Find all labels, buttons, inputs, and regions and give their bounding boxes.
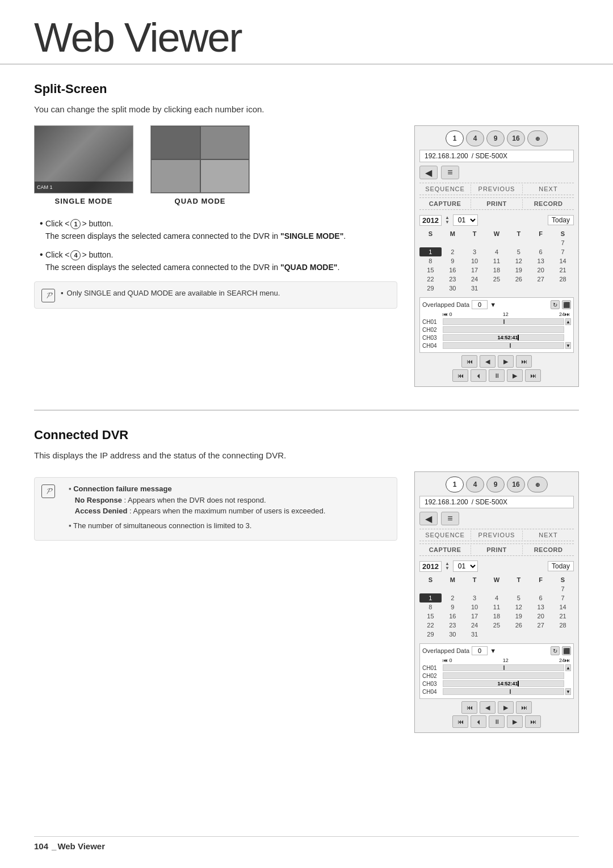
- pb2b-pause[interactable]: ⏸: [489, 715, 505, 728]
- split-btn2-9[interactable]: 9: [486, 477, 505, 492]
- cpr-tab2-record[interactable]: RECORD: [523, 545, 574, 554]
- pb2-end[interactable]: ⏭: [525, 369, 541, 382]
- cal2-cell-11[interactable]: 11: [486, 602, 508, 612]
- cal2-cell-31[interactable]: 31: [464, 630, 486, 639]
- cal-cell-11[interactable]: 11: [486, 256, 508, 266]
- cal-cell-13[interactable]: 13: [530, 256, 552, 266]
- refresh-icon-1[interactable]: ↻: [551, 300, 560, 309]
- nav-tab2-sequence[interactable]: SEQUENCE: [419, 530, 471, 540]
- pb-play[interactable]: ▶: [498, 355, 514, 368]
- pb2-play[interactable]: ▶: [498, 701, 514, 714]
- cal-today-btn[interactable]: Today: [548, 215, 574, 225]
- cal-cell-17[interactable]: 17: [464, 266, 486, 275]
- cal-cell-26[interactable]: 26: [507, 275, 530, 284]
- cal2-cell-16[interactable]: 16: [442, 612, 464, 621]
- cal-cell-24[interactable]: 24: [464, 275, 486, 284]
- cal2-cell-5[interactable]: 5: [507, 593, 530, 602]
- cal-cell-7a[interactable]: 7: [552, 238, 574, 247]
- cal-cell-28[interactable]: 28: [552, 275, 574, 284]
- cal-cell-5[interactable]: 5: [507, 247, 530, 256]
- cal-cell-29[interactable]: 29: [419, 284, 442, 293]
- cal2-cell-2[interactable]: 2: [442, 593, 464, 602]
- cal2-cell-24[interactable]: 24: [464, 621, 486, 630]
- cal-cell-25[interactable]: 25: [486, 275, 508, 284]
- split-btn-extra[interactable]: ⊕: [527, 130, 548, 146]
- cal-cell-23[interactable]: 23: [442, 275, 464, 284]
- cal2-cell-14[interactable]: 14: [552, 602, 574, 612]
- cal-cell-20[interactable]: 20: [530, 266, 552, 275]
- cal2-cell-19[interactable]: 19: [507, 612, 530, 621]
- cal-cell-15[interactable]: 15: [419, 266, 442, 275]
- cal2-cell-23[interactable]: 23: [442, 621, 464, 630]
- menu-btn[interactable]: ≡: [441, 166, 459, 179]
- refresh-icon-2[interactable]: ⬛: [562, 300, 571, 309]
- nav-tab-previous[interactable]: PREVIOUS: [471, 184, 523, 193]
- split-btn2-extra[interactable]: ⊕: [527, 477, 548, 492]
- menu-btn-2[interactable]: ≡: [441, 512, 459, 525]
- cal2-cell-20[interactable]: 20: [530, 612, 552, 621]
- cal2-cell-7a[interactable]: 7: [552, 584, 574, 593]
- cal-cell-31[interactable]: 31: [464, 284, 486, 293]
- ch01-scroll[interactable]: ▲: [565, 318, 571, 325]
- nav-tab-sequence[interactable]: SEQUENCE: [419, 184, 471, 193]
- cal2-cell-3[interactable]: 3: [464, 593, 486, 602]
- split-btn-9[interactable]: 9: [486, 130, 505, 146]
- pb2b-start[interactable]: ⏮: [452, 715, 468, 728]
- pb2-fast-fwd[interactable]: ⏭: [516, 701, 532, 714]
- cal-month-select[interactable]: 01: [453, 214, 478, 226]
- cal-cell-27[interactable]: 27: [530, 275, 552, 284]
- split-btn-1[interactable]: 1: [446, 130, 464, 146]
- cal2-cell-21[interactable]: 21: [552, 612, 574, 621]
- cal-cell-4[interactable]: 4: [486, 247, 508, 256]
- split-btn2-1[interactable]: 1: [446, 477, 464, 492]
- cal2-cell-27[interactable]: 27: [530, 621, 552, 630]
- cal-cell-8[interactable]: 8: [419, 256, 442, 266]
- cal-cell-10[interactable]: 10: [464, 256, 486, 266]
- cal-cell-30[interactable]: 30: [442, 284, 464, 293]
- cal2-cell-7[interactable]: 7: [552, 593, 574, 602]
- overlap-input[interactable]: [472, 300, 488, 309]
- overlap-arrow-2[interactable]: ▼: [490, 647, 496, 654]
- pb2-step-fwd[interactable]: ▶: [507, 369, 523, 382]
- cal2-cell-17[interactable]: 17: [464, 612, 486, 621]
- cal-year-arrows[interactable]: ▲ ▼: [445, 216, 450, 225]
- split-btn2-16[interactable]: 16: [507, 477, 525, 492]
- pb-back[interactable]: ◀: [480, 355, 496, 368]
- cal2-cell-12[interactable]: 12: [507, 602, 530, 612]
- back-btn-2[interactable]: ◀: [419, 512, 438, 525]
- cal2-cell-13[interactable]: 13: [530, 602, 552, 612]
- cpr-tab-print[interactable]: PRINT: [471, 199, 523, 208]
- pb2b-step-fwd[interactable]: ▶: [507, 715, 523, 728]
- nav-tab2-next[interactable]: NEXT: [523, 530, 574, 540]
- pb2-back[interactable]: ◀: [480, 701, 496, 714]
- cpr-tab-capture[interactable]: CAPTURE: [419, 199, 471, 208]
- cal2-cell-30[interactable]: 30: [442, 630, 464, 639]
- cal-today-btn-2[interactable]: Today: [548, 561, 574, 571]
- cal-cell-21[interactable]: 21: [552, 266, 574, 275]
- pb2-step-back[interactable]: ⏴: [471, 369, 486, 382]
- cal2-cell-28[interactable]: 28: [552, 621, 574, 630]
- cal2-cell-1[interactable]: 1: [419, 593, 442, 602]
- cal-month-select-2[interactable]: 01: [453, 561, 478, 572]
- cal-cell-6[interactable]: 6: [530, 247, 552, 256]
- cal-cell-7[interactable]: 7: [552, 247, 574, 256]
- refresh-icon2-1[interactable]: ↻: [551, 646, 560, 655]
- cal2-cell-9[interactable]: 9: [442, 602, 464, 612]
- ch04-scroll[interactable]: ▼: [565, 342, 571, 349]
- cal2-cell-22[interactable]: 22: [419, 621, 442, 630]
- split-btn-16[interactable]: 16: [507, 130, 525, 146]
- cal-year-arrows-2[interactable]: ▲ ▼: [445, 562, 450, 571]
- cpr-tab2-print[interactable]: PRINT: [471, 545, 523, 554]
- pb2b-end[interactable]: ⏭: [525, 715, 541, 728]
- cal-cell-14[interactable]: 14: [552, 256, 574, 266]
- cal-cell-1[interactable]: 1: [419, 247, 442, 256]
- pb-fast-back[interactable]: ⏮: [461, 355, 477, 368]
- cpr-tab2-capture[interactable]: CAPTURE: [419, 545, 471, 554]
- ch2-01-scroll[interactable]: ▲: [565, 664, 571, 671]
- pb2-pause[interactable]: ⏸: [489, 369, 505, 382]
- nav-tab2-previous[interactable]: PREVIOUS: [471, 530, 523, 540]
- cal2-cell-6[interactable]: 6: [530, 593, 552, 602]
- cal2-cell-4[interactable]: 4: [486, 593, 508, 602]
- cal-cell-22[interactable]: 22: [419, 275, 442, 284]
- pb2-start[interactable]: ⏮: [452, 369, 468, 382]
